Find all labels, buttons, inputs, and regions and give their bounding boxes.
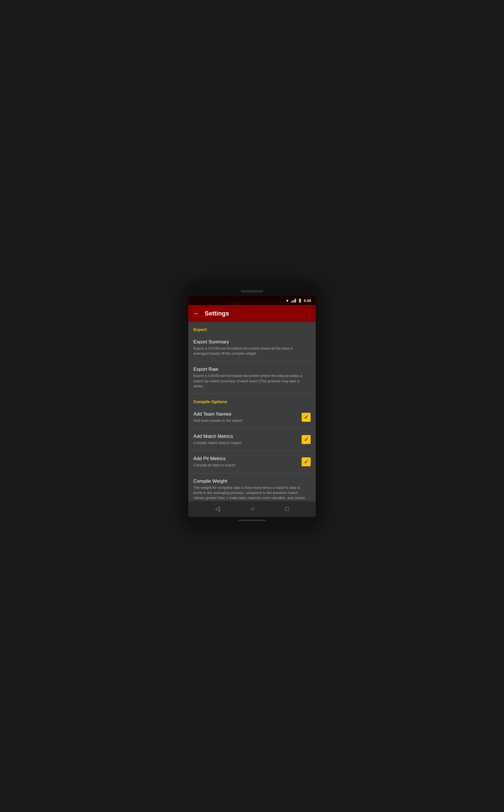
checkmark-icon: ✓ [304, 436, 309, 443]
add-pit-metrics-checkbox[interactable]: ✓ [302, 457, 311, 466]
signal-icon [291, 299, 296, 303]
checkmark-icon: ✓ [304, 414, 309, 421]
phone-screen: ▼ 🔋 6:00 ← Settings Export [188, 296, 316, 517]
status-bar: ▼ 🔋 6:00 [188, 296, 316, 305]
add-match-metrics-item[interactable]: Add Match Metrics Compile match data to … [188, 429, 316, 451]
add-team-names-checkbox[interactable]: ✓ [302, 413, 311, 422]
page-title: Settings [205, 310, 229, 317]
settings-content: Export Export Summary Export a CSV/Excel… [188, 322, 316, 501]
compile-weight-item[interactable]: Compile Weight The weight for compiled d… [188, 473, 316, 501]
add-pit-metrics-text: Add Pit Metrics Compile pit data to expo… [193, 456, 302, 468]
add-match-metrics-subtitle: Compile match data to export [193, 440, 298, 445]
compile-weight-subtitle: The weight for compiled data is how many… [193, 485, 307, 501]
export-raw-subtitle: Export a CSV/Excel formatted document wh… [193, 373, 307, 389]
add-pit-metrics-title: Add Pit Metrics [193, 456, 298, 462]
export-summary-text: Export Summary Export a CSV/Excel format… [193, 339, 311, 356]
compile-weight-title: Compile Weight [193, 478, 307, 484]
export-summary-title: Export Summary [193, 339, 307, 345]
phone-speaker [241, 290, 263, 293]
phone-device: ▼ 🔋 6:00 ← Settings Export [184, 285, 320, 527]
nav-back-button[interactable]: ◁ [215, 505, 220, 513]
status-icons: ▼ 🔋 6:00 [286, 299, 311, 303]
compile-options-section-header: Compile Options [188, 394, 316, 406]
add-team-names-text: Add Team Names Add team names in the exp… [193, 411, 302, 423]
checkmark-icon: ✓ [304, 458, 309, 465]
add-match-metrics-text: Add Match Metrics Compile match data to … [193, 434, 302, 445]
nav-home-button[interactable]: ○ [251, 505, 254, 513]
export-raw-item[interactable]: Export Raw Export a CSV/Excel formatted … [188, 361, 316, 394]
export-summary-item[interactable]: Export Summary Export a CSV/Excel format… [188, 334, 316, 361]
export-section-header: Export [188, 322, 316, 334]
export-summary-subtitle: Export a CSV/Excel formatted document wh… [193, 346, 307, 356]
phone-home-bar [238, 520, 266, 521]
add-pit-metrics-item[interactable]: Add Pit Metrics Compile pit data to expo… [188, 451, 316, 473]
export-raw-text: Export Raw Export a CSV/Excel formatted … [193, 367, 311, 389]
battery-icon: 🔋 [298, 299, 302, 303]
status-time: 6:00 [304, 299, 311, 303]
app-bar: ← Settings [188, 305, 316, 322]
add-team-names-item[interactable]: Add Team Names Add team names in the exp… [188, 406, 316, 429]
add-match-metrics-checkbox[interactable]: ✓ [302, 435, 311, 444]
export-raw-title: Export Raw [193, 367, 307, 372]
compile-weight-text: Compile Weight The weight for compiled d… [193, 478, 311, 501]
add-pit-metrics-subtitle: Compile pit data to export [193, 463, 298, 468]
nav-recents-button[interactable]: □ [285, 505, 289, 513]
add-match-metrics-title: Add Match Metrics [193, 434, 298, 439]
navigation-bar: ◁ ○ □ [188, 501, 316, 517]
wifi-icon: ▼ [286, 299, 289, 303]
add-team-names-subtitle: Add team names in the export [193, 418, 298, 423]
back-button[interactable]: ← [193, 310, 200, 317]
add-team-names-title: Add Team Names [193, 411, 298, 417]
